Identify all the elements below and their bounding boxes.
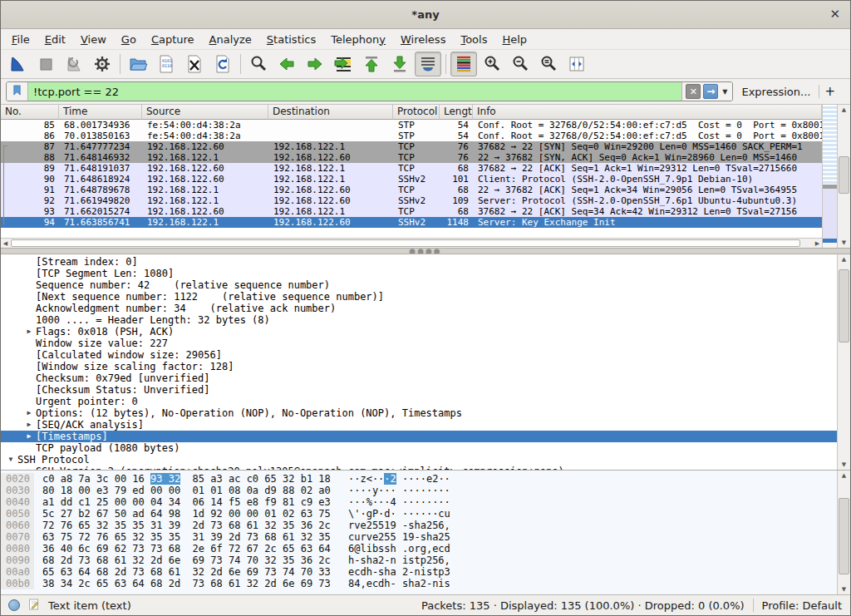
capture-comment-icon[interactable] [27, 598, 41, 614]
packet-list-header[interactable]: No.TimeSourceDestinationProtocolLengthIn… [1, 105, 822, 120]
scroll-down-icon[interactable]: ▼ [838, 586, 850, 593]
auto-scroll-button[interactable] [415, 52, 441, 76]
menu-capture[interactable]: Capture [144, 31, 202, 48]
zoom-100-button[interactable] [535, 52, 562, 76]
detail-line[interactable]: [TCP Segment Len: 1080] [1, 268, 837, 279]
menu-edit[interactable]: Edit [37, 31, 73, 48]
zoom-in-button[interactable] [479, 52, 505, 76]
collapsed-arrow-icon[interactable]: ▶ [22, 407, 36, 419]
detail-line[interactable]: ▶Flags: 0x018 (PSH, ACK) [1, 326, 837, 338]
collapsed-arrow-icon[interactable]: ▶ [22, 326, 36, 338]
profile-label[interactable]: Profile: Default [762, 599, 842, 612]
go-last-button[interactable] [386, 52, 413, 76]
detail-line[interactable]: ▶Options: (12 bytes), No-Operation (NOP)… [1, 407, 837, 419]
menu-wireless[interactable]: Wireless [393, 31, 453, 48]
collapsed-arrow-icon[interactable]: ▶ [22, 419, 36, 431]
close-icon[interactable]: ✕ [829, 7, 840, 22]
detail-line[interactable]: [Checksum Status: Unverified] [1, 384, 837, 396]
detail-line[interactable]: ▼SSH Protocol [1, 454, 837, 466]
hex-row-0070[interactable]: 007063 75 72 76 65 32 35 35 31 39 2d 73 … [1, 531, 837, 543]
menu-go[interactable]: Go [114, 31, 144, 48]
detail-line[interactable]: [Next sequence number: 1122 (relative se… [1, 291, 837, 303]
open-file-button[interactable] [125, 52, 151, 76]
detail-line[interactable]: [Calculated window size: 29056] [1, 349, 837, 361]
close-file-button[interactable] [181, 52, 208, 76]
filter-bookmark-button[interactable] [7, 82, 28, 101]
filter-clear-button[interactable]: ✕ [686, 84, 701, 99]
hex-row-0060[interactable]: 006072 76 65 32 35 35 31 39 2d 73 68 61 … [1, 520, 837, 531]
title-bar[interactable]: *any ✕ [1, 1, 850, 29]
scroll-up-icon[interactable]: ▲ [838, 472, 850, 479]
go-to-packet-button[interactable] [330, 52, 357, 76]
menu-view[interactable]: View [73, 31, 114, 48]
packet-row-87[interactable]: 8771.647777234192.168.122.60192.168.122.… [1, 141, 822, 152]
resize-columns-button[interactable] [563, 52, 590, 76]
colorize-button[interactable] [450, 52, 477, 76]
capture-options-button[interactable] [89, 52, 116, 76]
scroll-down-icon[interactable]: ▼ [838, 239, 850, 246]
scroll-left-icon[interactable]: ◀ [1, 240, 10, 247]
column-header-info[interactable]: Info [473, 105, 822, 120]
column-header-destination[interactable]: Destination [268, 105, 393, 120]
detail-line[interactable]: Acknowledgment number: 34 (relative ack … [1, 303, 837, 314]
packet-row-88[interactable]: 8871.648146932192.168.122.1192.168.122.6… [1, 152, 822, 163]
detail-line[interactable]: 1000 .... = Header Length: 32 bytes (8) [1, 314, 837, 326]
detail-line[interactable]: ▶[SEQ/ACK analysis] [1, 419, 837, 431]
column-header-length[interactable]: Length [440, 105, 473, 120]
hscrollbar-thumb[interactable] [11, 239, 800, 247]
scroll-down-icon[interactable]: ▼ [838, 461, 850, 468]
vscrollbar-thumb[interactable] [839, 156, 849, 194]
packet-row-93[interactable]: 9371.662015274192.168.122.60192.168.122.… [1, 206, 822, 217]
detail-line[interactable]: Sequence number: 42 (relative sequence n… [1, 279, 837, 291]
packet-row-92[interactable]: 9271.661949820192.168.122.1192.168.122.6… [1, 195, 822, 206]
hex-row-0080[interactable]: 008036 40 6c 69 62 73 73 68 2e 6f 72 67 … [1, 543, 837, 554]
menu-telephony[interactable]: Telephony [323, 31, 393, 48]
scroll-up-icon[interactable]: ▲ [838, 256, 850, 263]
detail-line[interactable]: [Stream index: 0] [1, 256, 837, 268]
detail-line[interactable]: Urgent pointer: 0 [1, 396, 837, 407]
column-header-protocol[interactable]: Protocol [393, 105, 440, 120]
detail-line[interactable]: Window size value: 227 [1, 338, 837, 349]
expert-info-icon[interactable] [8, 599, 20, 611]
filter-history-caret-icon[interactable]: ▼ [721, 88, 729, 96]
column-header-source[interactable]: Source [142, 105, 268, 120]
display-filter-input[interactable] [28, 82, 681, 101]
start-capture-button[interactable] [4, 52, 31, 76]
column-header-no[interactable]: No. [1, 105, 59, 120]
detail-line[interactable]: Checksum: 0x79ed [unverified] [1, 372, 837, 384]
packet-row-91[interactable]: 9171.648789678192.168.122.1192.168.122.6… [1, 185, 822, 195]
menu-analyze[interactable]: Analyze [202, 31, 259, 48]
details-vscrollbar[interactable]: ▲ ▼ [837, 254, 850, 470]
go-back-button[interactable] [273, 52, 300, 76]
go-forward-button[interactable] [302, 52, 328, 76]
hex-row-0020[interactable]: 0020c0 a8 7a 3c 00 16 93 32 85 a3 ac c0 … [1, 473, 837, 485]
hex-row-00a0[interactable]: 00a065 63 64 68 2d 73 68 61 32 2d 6e 69 … [1, 566, 837, 578]
packet-row-94[interactable]: 9471.663856741192.168.122.1192.168.122.6… [1, 217, 822, 228]
collapsed-arrow-icon[interactable]: ▶ [22, 431, 36, 442]
expression-button[interactable]: Expression... [741, 86, 810, 98]
scroll-up-icon[interactable]: ▲ [838, 106, 850, 113]
hex-row-0040[interactable]: 0040a1 dd c1 25 00 00 04 34 06 14 f5 e8 … [1, 496, 837, 508]
hex-row-00b0[interactable]: 00b038 34 2c 65 63 64 68 2d 73 68 61 32 … [1, 578, 837, 589]
hex-row-0090[interactable]: 009068 2d 73 68 61 32 2d 6e 69 73 74 70 … [1, 554, 837, 566]
filter-apply-button[interactable]: → [703, 84, 718, 99]
packet-row-90[interactable]: 9071.648618924192.168.122.60192.168.122.… [1, 174, 822, 185]
packet-row-89[interactable]: 8971.648191037192.168.122.60192.168.122.… [1, 163, 822, 174]
expanded-arrow-icon[interactable]: ▼ [4, 454, 17, 466]
save-file-button[interactable]: 01010110 [153, 52, 180, 76]
add-filter-button[interactable]: + [824, 84, 835, 99]
detail-line[interactable]: ▶[Timestamps] [1, 431, 837, 442]
intelligent-scrollbar-minimap[interactable] [822, 105, 837, 248]
packet-list-hscrollbar[interactable]: ◀ ▶ [1, 238, 822, 248]
packet-row-85[interactable]: 8568.001734936fe:54:00:d4:38:2aSTP54Conf… [1, 120, 822, 131]
menu-tools[interactable]: Tools [453, 31, 494, 48]
stop-capture-button[interactable] [32, 52, 59, 76]
bytes-vscrollbar[interactable]: ▲ ▼ [837, 471, 850, 594]
detail-line[interactable]: [Window size scaling factor: 128] [1, 361, 837, 372]
vscrollbar-thumb[interactable] [839, 269, 849, 342]
hex-row-0050[interactable]: 00505c 27 b2 67 50 ad 64 98 1d 92 00 00 … [1, 508, 837, 520]
zoom-out-button[interactable] [507, 52, 534, 76]
packet-list-vscrollbar[interactable]: ▲ ▼ [837, 105, 850, 248]
menu-help[interactable]: Help [494, 31, 534, 48]
go-first-button[interactable] [358, 52, 385, 76]
